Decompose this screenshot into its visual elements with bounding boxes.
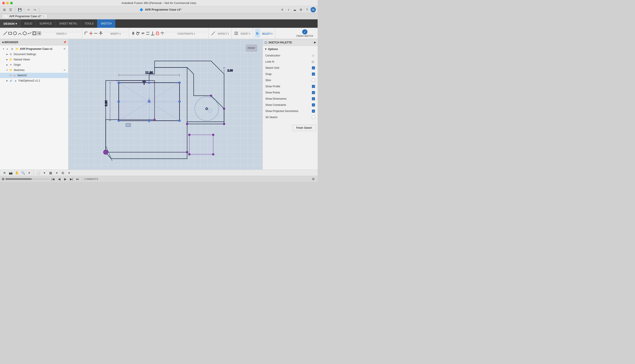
tree-item-doc-settings[interactable]: ▶ ⚙ Document Settings [0, 52, 68, 57]
tab-surface[interactable]: SURFACE [36, 20, 56, 28]
palette-expand-icon[interactable]: ▶ [314, 41, 316, 44]
browser-pin-icon[interactable]: 📌 [63, 41, 66, 44]
tab-sheet-metal[interactable]: SHEET METAL [56, 20, 81, 28]
tree-eye-sketch2[interactable]: 👁 [9, 74, 12, 77]
settings-small-icon[interactable]: ⚙ [311, 176, 316, 182]
move-tool[interactable] [99, 29, 103, 38]
settings-icon[interactable]: ⚙ [298, 7, 303, 12]
polygon-tool[interactable] [23, 29, 27, 38]
palette-row-show-profile[interactable]: Show Profile ✓ [264, 83, 316, 90]
zoom-dropdown-icon[interactable]: ▾ [27, 170, 32, 176]
close-button[interactable] [2, 2, 5, 4]
palette-row-show-constraints[interactable]: Show Constraints ✓ [264, 102, 316, 108]
grid-dropdown-icon[interactable]: ▾ [54, 170, 59, 176]
finish-sketch-palette-button[interactable]: Finish Sketch [292, 125, 316, 131]
palette-row-3d-sketch[interactable]: 3D Sketch [264, 114, 316, 120]
tree-item-faboptimus[interactable]: ▶ 🔗 ◈ FabOptimus2 v1:1 [0, 78, 68, 83]
view-cube[interactable]: FRONT [243, 42, 260, 55]
tab-solid[interactable]: SOLID [21, 20, 36, 28]
palette-row-construction[interactable]: Construction ◁ [264, 52, 316, 59]
show-profile-checkbox[interactable]: ✓ [312, 85, 315, 88]
extend-tool[interactable] [94, 29, 98, 38]
perpendicular-tool[interactable] [150, 29, 155, 38]
show-dimensions-checkbox[interactable]: ✓ [312, 97, 315, 100]
menu-icon[interactable]: ☰ [8, 7, 13, 12]
palette-row-slice[interactable]: Slice [264, 77, 316, 83]
display-dropdown-icon[interactable]: ▾ [42, 170, 47, 176]
user-icon[interactable]: AE [311, 7, 316, 12]
tab-close-icon[interactable]: ✕ [43, 15, 45, 18]
tab-tools[interactable]: TOOLS [81, 20, 97, 28]
palette-row-snap[interactable]: Snap ✓ [264, 71, 316, 77]
help-icon[interactable]: ? [304, 7, 310, 12]
options-section-header[interactable]: ▼ Options [264, 48, 316, 51]
redo-icon[interactable]: ↪ [32, 7, 38, 12]
symmetry-tool[interactable] [160, 29, 165, 38]
zoom-icon[interactable]: 🔍 [20, 170, 26, 176]
3d-sketch-checkbox[interactable] [312, 116, 315, 119]
rect-tool[interactable] [8, 29, 12, 38]
fix-tool[interactable] [155, 29, 160, 38]
palette-row-sketch-grid[interactable]: Sketch Grid ✓ [264, 65, 316, 71]
design-button[interactable]: DESIGN ▾ [0, 20, 21, 28]
slice-checkbox[interactable] [312, 79, 315, 82]
project-tool[interactable] [37, 29, 42, 38]
palette-row-look-at[interactable]: Look At ⊡ [264, 59, 316, 65]
tree-eye-sketches[interactable]: 👁 [63, 68, 66, 72]
finish-sketch-button[interactable]: ✓ FINISH SKETCH [294, 28, 316, 38]
view-cube-label[interactable]: FRONT [246, 45, 257, 51]
parallel-tool[interactable] [146, 29, 150, 38]
trim-tool[interactable] [89, 29, 93, 38]
tree-arrow-faboptimus[interactable]: ▶ [5, 79, 9, 82]
palette-row-show-projected[interactable]: Show Projected Geometries ✓ [264, 108, 316, 114]
close-tab-icon[interactable]: ✕ [280, 7, 285, 12]
tree-eye-root[interactable]: 👁 [63, 47, 66, 51]
grid-display-icon[interactable]: ▦ [48, 170, 53, 176]
insert-tool[interactable] [233, 29, 239, 38]
file-tab[interactable]: 📄 AVR Programmer Case v1* ✕ [2, 14, 48, 19]
view-icon[interactable]: ⊞ [60, 170, 66, 176]
tree-arrow-origin[interactable]: ▶ [5, 63, 9, 66]
show-projected-checkbox[interactable]: ✓ [312, 110, 315, 113]
fillet-tool[interactable] [84, 29, 89, 38]
select-tool[interactable] [255, 29, 261, 38]
viewport[interactable]: 11.90 6.90 2.00 [68, 39, 262, 170]
snap-checkbox[interactable]: ✓ [312, 72, 315, 76]
sketch-grid-checkbox[interactable]: ✓ [312, 66, 315, 70]
timeline-next-icon[interactable]: ▶| [69, 176, 74, 182]
coincident-tool[interactable] [131, 29, 135, 38]
equal-tool[interactable] [141, 29, 145, 38]
tree-item-sketch2[interactable]: 👁 ▭ Sketch2 [0, 73, 68, 78]
display-icon[interactable]: ⬜ [36, 170, 41, 176]
tab-sketch[interactable]: SKETCH [97, 20, 115, 28]
arc-tool[interactable] [18, 29, 22, 38]
pan-icon[interactable]: ✋ [14, 170, 20, 176]
navigation-icon[interactable]: ⊕ [2, 170, 7, 176]
minimize-button[interactable] [6, 2, 9, 4]
grid-icon[interactable]: ⊞ [2, 7, 7, 12]
show-constraints-checkbox[interactable]: ✓ [312, 104, 315, 106]
tree-item-origin[interactable]: ▶ ✦ Origin [0, 62, 68, 68]
offset-tool[interactable] [32, 29, 37, 38]
tree-item-sketches[interactable]: ▼ 📁 Sketches 👁 [0, 68, 68, 73]
view-dropdown-icon[interactable]: ▾ [66, 170, 72, 176]
tree-arrow-sketches[interactable]: ▼ [5, 68, 9, 72]
timeline-play-icon[interactable]: ▶ [63, 176, 68, 182]
timeline-start-icon[interactable]: |◀ [50, 176, 56, 182]
tree-arrow-named-views[interactable]: ▶ [5, 58, 9, 61]
camera-icon[interactable]: 📷 [8, 170, 13, 176]
cloud-icon[interactable]: ☁ [292, 7, 297, 12]
line-tool[interactable] [3, 29, 8, 38]
maximize-button[interactable] [10, 2, 13, 4]
tree-arrow-root[interactable]: ▼ [2, 47, 5, 51]
palette-row-show-dimensions[interactable]: Show Dimensions ✓ [264, 96, 316, 102]
timeline-prev-icon[interactable]: ◀ [57, 176, 62, 182]
circle-tool[interactable] [13, 29, 17, 38]
new-tab-icon[interactable]: + [286, 7, 291, 12]
save-icon[interactable]: 💾 [17, 7, 22, 12]
tree-arrow-doc[interactable]: ▶ [5, 52, 9, 56]
measure-tool[interactable] [211, 29, 216, 38]
tree-item-named-views[interactable]: ▶ 📁 Named Views [0, 57, 68, 62]
tree-item-root[interactable]: ▼ ● ⚙ 📁 AVR Programmer Case v1 👁 [0, 46, 68, 52]
palette-row-show-points[interactable]: Show Points ✓ [264, 90, 316, 96]
